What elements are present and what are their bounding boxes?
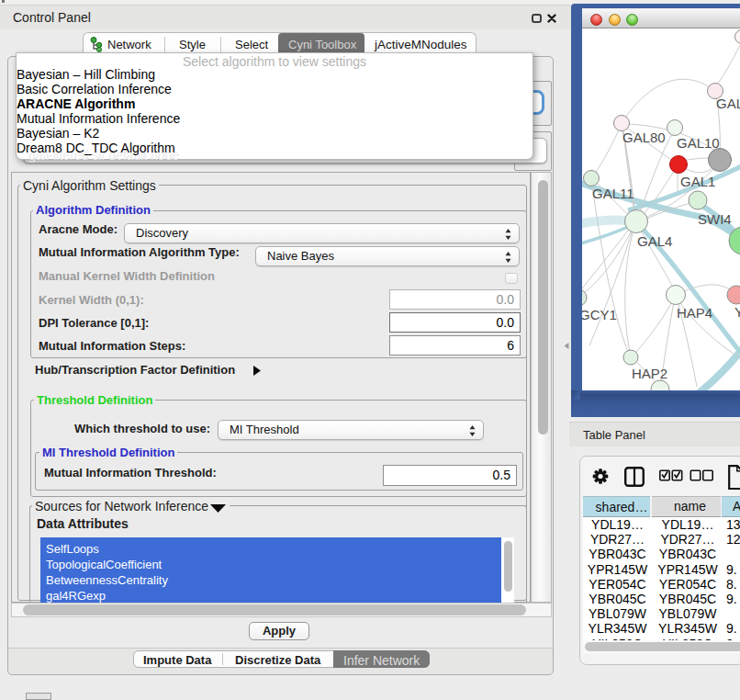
svg-text:GAL80: GAL80 (622, 130, 666, 145)
svg-text:GAL10: GAL10 (677, 135, 720, 151)
svg-text:GAL4: GAL4 (637, 233, 672, 249)
svg-text:HAP2: HAP2 (632, 366, 667, 381)
svg-text:HAP4: HAP4 (677, 305, 712, 321)
svg-text:GAL: GAL (716, 96, 740, 111)
svg-text:GAL1: GAL1 (680, 174, 715, 189)
svg-text:Y: Y (734, 304, 740, 320)
svg-text:GCY1: GCY1 (582, 307, 617, 322)
svg-text:GAL11: GAL11 (592, 186, 634, 201)
svg-text:SWI4: SWI4 (698, 211, 732, 227)
